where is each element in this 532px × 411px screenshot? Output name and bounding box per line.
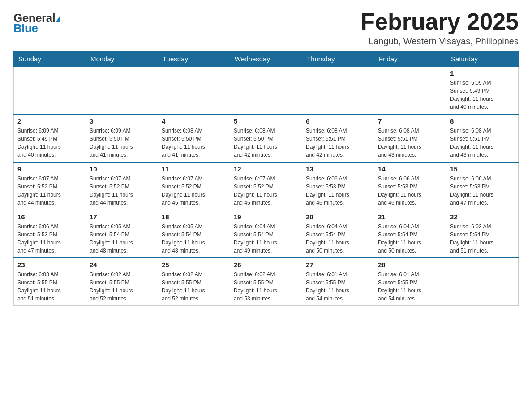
calendar-header-row: SundayMondayTuesdayWednesdayThursdayFrid… <box>14 51 519 67</box>
header-wednesday: Wednesday <box>230 51 302 67</box>
calendar-cell: 27Sunrise: 6:01 AM Sunset: 5:55 PM Dayli… <box>302 258 374 306</box>
logo-blue-text: Blue <box>13 21 38 35</box>
day-number: 5 <box>234 117 298 125</box>
calendar-cell: 3Sunrise: 6:09 AM Sunset: 5:50 PM Daylig… <box>86 114 158 162</box>
day-info: Sunrise: 6:04 AM Sunset: 5:54 PM Dayligh… <box>234 223 298 255</box>
header-friday: Friday <box>374 51 446 67</box>
calendar-cell: 28Sunrise: 6:01 AM Sunset: 5:55 PM Dayli… <box>374 258 446 306</box>
calendar-cell: 22Sunrise: 6:03 AM Sunset: 5:54 PM Dayli… <box>446 210 519 258</box>
calendar-cell: 9Sunrise: 6:07 AM Sunset: 5:52 PM Daylig… <box>14 162 86 210</box>
header-monday: Monday <box>86 51 158 67</box>
day-info: Sunrise: 6:03 AM Sunset: 5:55 PM Dayligh… <box>17 270 82 303</box>
day-info: Sunrise: 6:01 AM Sunset: 5:55 PM Dayligh… <box>378 270 442 303</box>
calendar-cell: 18Sunrise: 6:05 AM Sunset: 5:54 PM Dayli… <box>158 210 230 258</box>
calendar-cell: 24Sunrise: 6:02 AM Sunset: 5:55 PM Dayli… <box>86 258 158 306</box>
day-info: Sunrise: 6:02 AM Sunset: 5:55 PM Dayligh… <box>90 270 154 303</box>
day-number: 4 <box>162 117 226 125</box>
header-sunday: Sunday <box>14 51 86 67</box>
day-info: Sunrise: 6:04 AM Sunset: 5:54 PM Dayligh… <box>378 223 442 255</box>
title-section: February 2025 Langub, Western Visayas, P… <box>360 9 519 47</box>
day-number: 2 <box>17 117 82 125</box>
calendar-cell: 25Sunrise: 6:02 AM Sunset: 5:55 PM Dayli… <box>158 258 230 306</box>
day-info: Sunrise: 6:08 AM Sunset: 5:51 PM Dayligh… <box>378 127 442 159</box>
day-info: Sunrise: 6:01 AM Sunset: 5:55 PM Dayligh… <box>306 270 370 303</box>
calendar-cell <box>158 67 230 115</box>
month-title: February 2025 <box>360 9 519 34</box>
calendar-cell: 21Sunrise: 6:04 AM Sunset: 5:54 PM Dayli… <box>374 210 446 258</box>
calendar-cell: 2Sunrise: 6:09 AM Sunset: 5:49 PM Daylig… <box>14 114 86 162</box>
day-info: Sunrise: 6:08 AM Sunset: 5:51 PM Dayligh… <box>450 127 515 159</box>
day-number: 16 <box>17 213 82 221</box>
day-info: Sunrise: 6:07 AM Sunset: 5:52 PM Dayligh… <box>234 175 298 207</box>
day-number: 24 <box>90 261 154 269</box>
page-header: General Blue February 2025 Langub, Weste… <box>13 9 519 47</box>
day-number: 11 <box>162 165 226 173</box>
calendar-cell: 4Sunrise: 6:08 AM Sunset: 5:50 PM Daylig… <box>158 114 230 162</box>
calendar-cell: 7Sunrise: 6:08 AM Sunset: 5:51 PM Daylig… <box>374 114 446 162</box>
header-tuesday: Tuesday <box>158 51 230 67</box>
calendar-cell: 5Sunrise: 6:08 AM Sunset: 5:50 PM Daylig… <box>230 114 302 162</box>
logo-triangle-icon <box>56 15 60 22</box>
day-info: Sunrise: 6:07 AM Sunset: 5:52 PM Dayligh… <box>17 175 82 207</box>
calendar-cell: 12Sunrise: 6:07 AM Sunset: 5:52 PM Dayli… <box>230 162 302 210</box>
day-info: Sunrise: 6:09 AM Sunset: 5:49 PM Dayligh… <box>450 79 515 111</box>
logo: General Blue <box>13 9 60 35</box>
day-info: Sunrise: 6:09 AM Sunset: 5:50 PM Dayligh… <box>90 127 154 159</box>
calendar-cell <box>86 67 158 115</box>
location: Langub, Western Visayas, Philippines <box>360 36 519 47</box>
day-number: 12 <box>234 165 298 173</box>
day-number: 6 <box>306 117 370 125</box>
day-info: Sunrise: 6:05 AM Sunset: 5:54 PM Dayligh… <box>90 223 154 255</box>
calendar-week-2: 2Sunrise: 6:09 AM Sunset: 5:49 PM Daylig… <box>14 114 519 162</box>
day-number: 19 <box>234 213 298 221</box>
day-number: 20 <box>306 213 370 221</box>
calendar-cell: 20Sunrise: 6:04 AM Sunset: 5:54 PM Dayli… <box>302 210 374 258</box>
calendar-week-1: 1Sunrise: 6:09 AM Sunset: 5:49 PM Daylig… <box>14 67 519 115</box>
day-info: Sunrise: 6:02 AM Sunset: 5:55 PM Dayligh… <box>162 270 226 303</box>
day-number: 23 <box>17 261 82 269</box>
calendar-cell: 15Sunrise: 6:06 AM Sunset: 5:53 PM Dayli… <box>446 162 519 210</box>
day-info: Sunrise: 6:08 AM Sunset: 5:50 PM Dayligh… <box>162 127 226 159</box>
day-number: 21 <box>378 213 442 221</box>
day-number: 17 <box>90 213 154 221</box>
day-info: Sunrise: 6:07 AM Sunset: 5:52 PM Dayligh… <box>162 175 226 207</box>
calendar-cell <box>230 67 302 115</box>
header-saturday: Saturday <box>446 51 519 67</box>
calendar-week-5: 23Sunrise: 6:03 AM Sunset: 5:55 PM Dayli… <box>14 258 519 306</box>
day-info: Sunrise: 6:02 AM Sunset: 5:55 PM Dayligh… <box>234 270 298 303</box>
day-number: 14 <box>378 165 442 173</box>
day-number: 7 <box>378 117 442 125</box>
calendar-cell: 6Sunrise: 6:08 AM Sunset: 5:51 PM Daylig… <box>302 114 374 162</box>
calendar-cell <box>302 67 374 115</box>
day-info: Sunrise: 6:06 AM Sunset: 5:53 PM Dayligh… <box>17 223 82 255</box>
day-number: 1 <box>450 69 515 77</box>
day-info: Sunrise: 6:03 AM Sunset: 5:54 PM Dayligh… <box>450 223 515 255</box>
calendar-cell: 14Sunrise: 6:06 AM Sunset: 5:53 PM Dayli… <box>374 162 446 210</box>
header-thursday: Thursday <box>302 51 374 67</box>
calendar-cell: 23Sunrise: 6:03 AM Sunset: 5:55 PM Dayli… <box>14 258 86 306</box>
calendar-cell: 26Sunrise: 6:02 AM Sunset: 5:55 PM Dayli… <box>230 258 302 306</box>
day-number: 28 <box>378 261 442 269</box>
day-info: Sunrise: 6:06 AM Sunset: 5:53 PM Dayligh… <box>450 175 515 207</box>
calendar-week-3: 9Sunrise: 6:07 AM Sunset: 5:52 PM Daylig… <box>14 162 519 210</box>
day-info: Sunrise: 6:08 AM Sunset: 5:50 PM Dayligh… <box>234 127 298 159</box>
calendar-table: SundayMondayTuesdayWednesdayThursdayFrid… <box>13 51 519 306</box>
day-number: 10 <box>90 165 154 173</box>
calendar-cell: 10Sunrise: 6:07 AM Sunset: 5:52 PM Dayli… <box>86 162 158 210</box>
day-number: 8 <box>450 117 515 125</box>
day-number: 3 <box>90 117 154 125</box>
day-number: 22 <box>450 213 515 221</box>
calendar-cell: 19Sunrise: 6:04 AM Sunset: 5:54 PM Dayli… <box>230 210 302 258</box>
day-number: 27 <box>306 261 370 269</box>
calendar-cell <box>14 67 86 115</box>
day-info: Sunrise: 6:06 AM Sunset: 5:53 PM Dayligh… <box>378 175 442 207</box>
calendar-cell: 13Sunrise: 6:06 AM Sunset: 5:53 PM Dayli… <box>302 162 374 210</box>
calendar-week-4: 16Sunrise: 6:06 AM Sunset: 5:53 PM Dayli… <box>14 210 519 258</box>
day-info: Sunrise: 6:09 AM Sunset: 5:49 PM Dayligh… <box>17 127 82 159</box>
day-info: Sunrise: 6:07 AM Sunset: 5:52 PM Dayligh… <box>90 175 154 207</box>
calendar-cell <box>374 67 446 115</box>
day-number: 18 <box>162 213 226 221</box>
day-info: Sunrise: 6:05 AM Sunset: 5:54 PM Dayligh… <box>162 223 226 255</box>
calendar-cell: 17Sunrise: 6:05 AM Sunset: 5:54 PM Dayli… <box>86 210 158 258</box>
calendar-cell <box>446 258 519 306</box>
